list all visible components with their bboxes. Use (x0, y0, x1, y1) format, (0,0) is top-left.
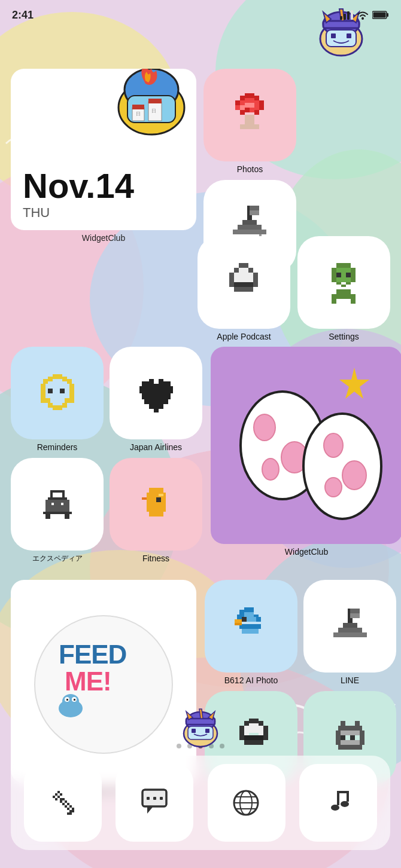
svg-rect-318 (67, 812, 69, 815)
svg-rect-299 (53, 796, 55, 798)
svg-point-200 (303, 414, 381, 519)
jal-pixel-icon (132, 369, 180, 417)
widget-date: Nov.14 (23, 167, 184, 205)
svg-rect-73 (252, 220, 257, 225)
svg-rect-55 (245, 108, 250, 112)
app-item-photos[interactable]: Photos (203, 69, 296, 174)
dock-item-phone[interactable] (24, 764, 102, 842)
svg-rect-158 (69, 398, 74, 403)
svg-rect-233 (348, 623, 353, 628)
svg-rect-284 (350, 735, 355, 740)
widget-club-date-wrapper: 日 日 Nov.14 THU WidgetClub (11, 69, 196, 243)
svg-rect-243 (348, 632, 353, 637)
egg-widget-art (217, 350, 396, 541)
battery-icon (372, 11, 389, 19)
svg-rect-48 (235, 105, 240, 110)
dock-item-music[interactable] (299, 764, 377, 842)
reminders-pixel-icon (34, 369, 81, 417)
svg-rect-308 (62, 803, 65, 805)
svg-rect-112 (234, 287, 239, 292)
app-item-expedia[interactable]: エクスペディア (11, 458, 104, 564)
svg-rect-45 (250, 98, 254, 103)
dock-item-browser[interactable] (208, 764, 285, 842)
svg-rect-168 (149, 384, 163, 393)
svg-rect-278 (345, 731, 350, 735)
svg-rect-108 (239, 282, 244, 287)
app-item-fitness[interactable]: Fitness (110, 458, 202, 564)
svg-rect-306 (62, 798, 65, 800)
svg-rect-234 (353, 623, 357, 628)
svg-rect-253 (249, 723, 254, 728)
dock-item-messages[interactable] (116, 764, 193, 842)
svg-rect-82 (247, 230, 252, 234)
line-label: LINE (341, 676, 359, 685)
svg-rect-248 (249, 719, 254, 723)
svg-rect-42 (235, 100, 240, 105)
svg-text:FEED: FEED (59, 640, 126, 669)
svg-rect-115 (248, 287, 253, 292)
svg-rect-237 (348, 628, 353, 632)
svg-rect-225 (235, 619, 242, 623)
widget-club-egg[interactable] (211, 347, 401, 544)
svg-rect-167 (139, 386, 149, 393)
widget-club-date[interactable]: 日 日 Nov.14 THU (11, 69, 196, 230)
svg-rect-305 (60, 798, 62, 800)
svg-rect-151 (60, 389, 65, 393)
svg-rect-302 (57, 791, 60, 793)
svg-rect-229 (348, 618, 353, 623)
svg-rect-106 (229, 282, 234, 287)
app-item-jal[interactable]: Japan Airlines (110, 347, 202, 452)
phone-icon (24, 764, 102, 842)
svg-rect-33 (132, 105, 144, 109)
svg-rect-139 (351, 294, 356, 304)
svg-rect-149 (41, 389, 45, 393)
svg-rect-60 (245, 120, 250, 124)
svg-rect-240 (333, 632, 338, 637)
messages-pixel-icon (135, 784, 174, 823)
browser-icon (208, 764, 285, 842)
sticker-mid (174, 707, 227, 751)
svg-rect-264 (244, 735, 249, 740)
svg-rect-215 (244, 607, 254, 612)
svg-rect-161 (57, 405, 62, 410)
svg-marker-324 (147, 806, 153, 814)
svg-rect-125 (336, 273, 341, 277)
svg-rect-70 (250, 210, 259, 215)
photos-icon (203, 69, 296, 161)
app-item-b612[interactable]: B612 AI Photo (205, 580, 297, 685)
svg-rect-38 (240, 96, 245, 100)
svg-rect-189 (147, 502, 166, 507)
app-item-podcast[interactable]: Apple Podcast (198, 236, 290, 341)
svg-rect-317 (69, 812, 72, 815)
svg-rect-41 (254, 96, 259, 100)
svg-rect-173 (154, 409, 159, 412)
svg-rect-179 (43, 512, 72, 514)
svg-rect-254 (254, 723, 259, 728)
widget-day: THU (23, 205, 184, 221)
row2: Reminders (11, 347, 390, 564)
svg-rect-24 (331, 33, 336, 38)
photos-label: Photos (237, 164, 263, 174)
svg-rect-333 (347, 792, 349, 802)
app-item-line[interactable]: LINE (303, 580, 396, 685)
svg-rect-245 (357, 632, 362, 637)
svg-rect-94 (229, 273, 234, 277)
svg-rect-255 (259, 726, 263, 731)
music-icon (299, 764, 377, 842)
feed-me-widget[interactable]: FEED ME! (11, 580, 196, 783)
svg-rect-295 (205, 729, 209, 733)
svg-rect-246 (362, 632, 367, 637)
svg-rect-92 (244, 268, 248, 273)
svg-rect-144 (57, 374, 62, 379)
svg-rect-105 (253, 277, 258, 282)
svg-rect-170 (142, 393, 171, 399)
svg-rect-25 (347, 33, 351, 38)
svg-rect-261 (259, 731, 263, 735)
podcast-label: Apple Podcast (217, 332, 271, 341)
svg-rect-122 (346, 268, 351, 273)
app-item-reminders[interactable]: Reminders (11, 347, 104, 452)
svg-rect-77 (252, 225, 257, 230)
svg-rect-147 (41, 384, 45, 389)
svg-marker-194 (339, 368, 369, 399)
app-item-settings[interactable]: Settings (297, 236, 390, 341)
